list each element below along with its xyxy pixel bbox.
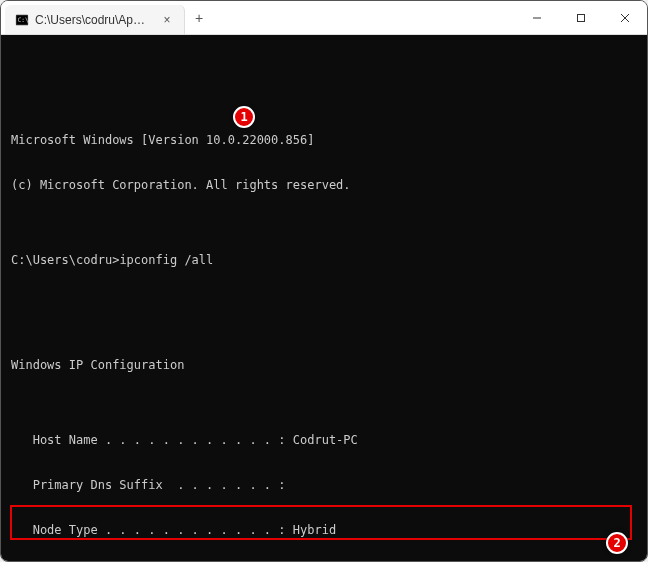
term-line: Microsoft Windows [Version 10.0.22000.85…: [11, 133, 637, 148]
svg-text:C:\: C:\: [18, 15, 29, 22]
maximize-button[interactable]: [559, 1, 603, 34]
window-controls: [515, 1, 647, 34]
term-line: Host Name . . . . . . . . . . . . : Codr…: [11, 433, 637, 448]
prompt-command: ipconfig /all: [119, 253, 213, 267]
term-section-header: Windows IP Configuration: [11, 358, 637, 373]
tab-close-button[interactable]: ×: [160, 13, 174, 27]
minimize-button[interactable]: [515, 1, 559, 34]
tab-active[interactable]: C:\ C:\Users\codru\AppData\Roa ×: [5, 5, 185, 34]
prompt-path: C:\Users\codru>: [11, 253, 119, 267]
titlebar: C:\ C:\Users\codru\AppData\Roa × +: [1, 1, 647, 35]
new-tab-button[interactable]: +: [185, 1, 213, 34]
close-button[interactable]: [603, 1, 647, 34]
term-prompt-line: C:\Users\codru>ipconfig /all: [11, 253, 637, 268]
annotation-callout-2: 2: [606, 532, 628, 554]
svg-rect-4: [578, 14, 585, 21]
cmd-icon: C:\: [15, 13, 29, 27]
terminal-window: C:\ C:\Users\codru\AppData\Roa × + 1 2 M…: [0, 0, 648, 562]
terminal-body[interactable]: 1 2 Microsoft Windows [Version 10.0.2200…: [1, 35, 647, 561]
tab-title: C:\Users\codru\AppData\Roa: [35, 13, 150, 27]
annotation-callout-1: 1: [233, 106, 255, 128]
titlebar-drag-area[interactable]: [213, 1, 515, 34]
term-line: Primary Dns Suffix . . . . . . . :: [11, 478, 637, 493]
term-line: (c) Microsoft Corporation. All rights re…: [11, 178, 637, 193]
term-line: Node Type . . . . . . . . . . . . : Hybr…: [11, 523, 637, 538]
